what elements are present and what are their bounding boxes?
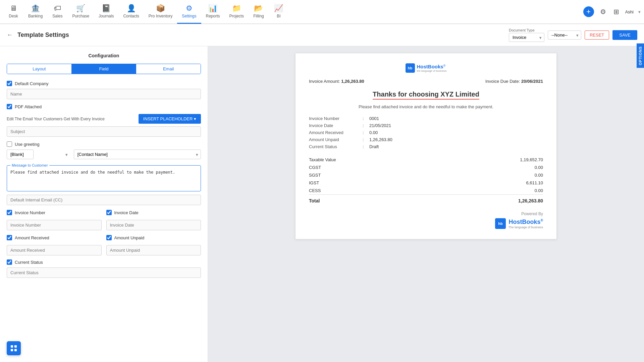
greeting-select-wrapper: [Blank] Hello Dear Hi ▾ — [7, 149, 70, 159]
current-status-input[interactable] — [7, 267, 201, 278]
doc-type-select[interactable]: Invoice Bill Credit Note — [509, 33, 544, 42]
grid-app-button[interactable] — [7, 341, 21, 355]
nav-icon-pro-inventory: 📦 — [156, 4, 165, 13]
tax-row: IGST6,611.10 — [309, 179, 543, 187]
amount-unpaid-input[interactable] — [106, 245, 201, 255]
doc-type-label: Document Type — [509, 28, 544, 32]
add-button[interactable]: + — [583, 6, 594, 17]
tax-label: CGST — [309, 164, 431, 171]
svg-rect-3 — [14, 349, 17, 351]
invoice-number-input[interactable] — [7, 220, 102, 230]
nav-item-desk[interactable]: 🖥Desk — [3, 0, 23, 24]
nav-icon-sales: 🏷 — [54, 4, 61, 13]
tab-email[interactable]: Email — [136, 64, 201, 74]
nav-item-projects[interactable]: 📁Projects — [225, 0, 249, 24]
cc-section — [7, 195, 201, 205]
current-status-checkbox[interactable] — [7, 259, 12, 265]
cc-input[interactable] — [7, 195, 201, 205]
contact-select[interactable]: [Contact Name] [Company Name] — [74, 149, 201, 159]
detail-row: Current Status:Draft — [309, 144, 543, 149]
detail-value: 21/05/2021 — [369, 123, 391, 128]
default-company-checkbox[interactable] — [7, 81, 12, 86]
nav-label-banking: Banking — [28, 14, 43, 18]
nav-item-bi[interactable]: 📈BI — [269, 0, 289, 24]
invoice-date-checkbox[interactable] — [106, 210, 112, 215]
invoice-details: Invoice Number:0001Invoice Date:21/05/20… — [309, 116, 543, 149]
detail-row: Invoice Number:0001 — [309, 116, 543, 121]
options-tab[interactable]: OPTIONS — [637, 44, 644, 68]
back-button[interactable]: ← — [7, 32, 13, 39]
nav-item-journals[interactable]: 📓Journals — [94, 0, 118, 24]
invoice-sub-text: Please find attached invoice and do the … — [309, 104, 543, 109]
invoice-number-checkbox[interactable] — [7, 210, 12, 215]
invoice-amounts-row: Invoice Amount: 1,26,263.80 Invoice Due … — [309, 79, 543, 84]
amount-received-checkbox[interactable] — [7, 235, 12, 240]
nav-item-purchase[interactable]: 🛒Purchase — [67, 0, 94, 24]
detail-value: 0001 — [369, 116, 379, 121]
grid-view-icon[interactable]: ⊞ — [612, 6, 621, 17]
nav-item-contacts[interactable]: 👤Contacts — [118, 0, 144, 24]
nav-label-journals: Journals — [99, 14, 114, 18]
tab-field[interactable]: Field — [72, 64, 137, 74]
nav-item-sales[interactable]: 🏷Sales — [47, 0, 67, 24]
tax-label: SGST — [309, 171, 431, 179]
greeting-select[interactable]: [Blank] Hello Dear Hi — [7, 149, 34, 159]
fields-grid: Invoice Number Invoice Date Amount Recei… — [7, 210, 201, 255]
footer-logo-icon: hb — [495, 218, 506, 229]
default-company-section: Default Company — [7, 81, 201, 86]
use-greeting-checkbox[interactable] — [7, 141, 12, 147]
invoice-date-input[interactable] — [106, 220, 201, 230]
amount-received-input[interactable] — [7, 245, 102, 255]
subject-input[interactable] — [7, 126, 201, 137]
powered-by-text: Powered By — [309, 212, 543, 216]
nav-item-filling[interactable]: 📂Filling — [249, 0, 269, 24]
nav-icon-settings: ⚙ — [186, 4, 193, 13]
nav-item-settings[interactable]: ⚙Settings — [177, 0, 201, 24]
nav-label-desk: Desk — [9, 14, 18, 18]
detail-value: 1,26,263.80 — [369, 137, 392, 142]
reset-button[interactable]: RESET — [585, 31, 609, 40]
detail-value: 0.00 — [369, 130, 378, 135]
use-greeting-section: Use greeting — [7, 141, 201, 147]
none-select[interactable]: --None-- — [548, 31, 581, 40]
detail-key: Current Status — [309, 144, 363, 149]
total-label: Total — [309, 195, 431, 205]
invoice-amount-display: Invoice Amount: 1,26,263.80 — [309, 79, 364, 84]
name-input-section — [7, 89, 201, 99]
amount-received-check-row: Amount Received — [7, 235, 102, 240]
amount-unpaid-checkbox[interactable] — [106, 235, 112, 240]
logo-name: HostBooks — [417, 64, 443, 69]
invoice-date-check-row: Invoice Date — [106, 210, 201, 215]
nav-item-banking[interactable]: 🏦Banking — [23, 0, 47, 24]
nav-icon-journals: 📓 — [102, 4, 111, 13]
tax-label: CESS — [309, 187, 431, 195]
insert-placeholder-button[interactable]: INSERT PLACEHOLDER ▾ — [139, 114, 201, 124]
pdf-attached-checkbox[interactable] — [7, 104, 12, 109]
footer-logo-text-block: HostBooks® The language of business — [508, 219, 543, 229]
settings-icon[interactable]: ⚙ — [599, 6, 607, 17]
tax-row: Taxable Value1,19,652.70 — [309, 156, 543, 164]
left-panel: Configuration Layout Field Email Default… — [0, 46, 208, 362]
svg-rect-2 — [11, 349, 13, 351]
current-status-label: Current Status — [15, 260, 43, 265]
tax-value: 0.00 — [431, 187, 543, 195]
nav-item-pro-inventory[interactable]: 📦Pro Inventory — [144, 0, 177, 24]
logo-reg: ® — [443, 64, 446, 67]
message-textarea[interactable] — [10, 170, 197, 187]
tab-layout[interactable]: Layout — [7, 64, 72, 74]
detail-key: Amount Unpaid — [309, 137, 363, 142]
none-select-wrapper: --None-- — [548, 31, 581, 40]
save-button[interactable]: SAVE — [612, 30, 637, 40]
footer-logo: hb HostBooks® The language of business — [309, 218, 543, 229]
nav-label-contacts: Contacts — [123, 14, 139, 18]
invoice-due-value: 20/06/2021 — [521, 79, 543, 84]
nav-label-reports: Reports — [206, 14, 220, 18]
total-row: Total 1,26,263.80 — [309, 195, 543, 205]
amount-unpaid-check-row: Amount Unpaid — [106, 235, 201, 240]
amount-received-label: Amount Received — [15, 235, 49, 240]
nav-item-reports[interactable]: 📊Reports — [201, 0, 225, 24]
nav-label-bi: BI — [277, 14, 280, 18]
top-navigation: 🖥Desk🏦Banking🏷Sales🛒Purchase📓Journals👤Co… — [0, 0, 644, 24]
tax-label: IGST — [309, 179, 431, 187]
name-input[interactable] — [7, 89, 201, 99]
